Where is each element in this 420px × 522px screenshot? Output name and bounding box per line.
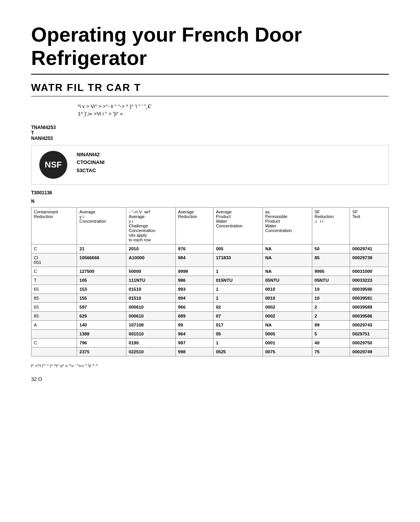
note-label: N bbox=[31, 199, 389, 204]
table-cell-7-2: 597 bbox=[77, 302, 126, 311]
col-header-6: ax.PermissibleProductWaterConcentration bbox=[262, 207, 312, 244]
table-cell-10-7: 5 bbox=[312, 329, 350, 338]
table-cell-11-3: 0190 bbox=[126, 338, 176, 347]
table-cell-5-4: 993 bbox=[175, 285, 213, 293]
table-cell-2-6: NA bbox=[262, 253, 312, 267]
table-cell-2-8: 00029739 bbox=[350, 253, 389, 267]
table-cell-11-6: 0001 bbox=[262, 338, 312, 347]
table-cell-12-8: 00029749 bbox=[350, 347, 389, 356]
table-cell-3-4: 9999 bbox=[175, 267, 213, 276]
table-cell-3-6: NA bbox=[262, 267, 312, 276]
table-cell-7-6: 0002 bbox=[262, 302, 312, 311]
table-row: T105111NTU986015NTU05NTU05NTU00033223 bbox=[32, 276, 389, 285]
table-cell-2-5: 171833 bbox=[214, 253, 263, 267]
table-cell-12-6: 0075 bbox=[262, 347, 312, 356]
table-cell-3-5: 1 bbox=[214, 267, 263, 276]
col-header-3: - °-«i V wi†Averagey iChallengeConcentra… bbox=[126, 207, 176, 244]
table-cell-1-8: 00029741 bbox=[350, 244, 389, 253]
table-cell-11-2: 796 bbox=[77, 338, 126, 347]
section-divider bbox=[31, 96, 389, 96]
table-row: 6515301510993100101000039590 bbox=[32, 285, 389, 293]
table-cell-10-5: 05 bbox=[214, 329, 263, 338]
table-cell-6-6: 0010 bbox=[262, 293, 312, 302]
table-cell-1-7: 50 bbox=[312, 244, 350, 253]
page-title: Operating your French Door Refrigerator bbox=[31, 23, 389, 70]
table-cell-2-4: 984 bbox=[175, 253, 213, 267]
table-cell-7-4: 966 bbox=[175, 302, 213, 311]
table-cell-1-1: C bbox=[32, 244, 77, 253]
table-cell-2-3: A10000 bbox=[126, 253, 176, 267]
table-cell-11-8: 00029750 bbox=[350, 338, 389, 347]
table-cell-2-7: 85 bbox=[312, 253, 350, 267]
table-cell-9-4: 99 bbox=[175, 320, 213, 329]
table-cell-5-5: 1 bbox=[214, 285, 263, 293]
table-cell-12-2: 2375 bbox=[77, 347, 126, 356]
table-cell-12-5: 0525 bbox=[214, 347, 263, 356]
table-cell-9-8: 00029743 bbox=[350, 320, 389, 329]
table-cell-11-5: 1 bbox=[214, 338, 263, 347]
table-cell-8-7: 2 bbox=[312, 311, 350, 320]
table-cell-7-5: 02 bbox=[214, 302, 263, 311]
table-cell-7-1: 65 bbox=[32, 302, 77, 311]
page-number: 32 O bbox=[31, 376, 389, 382]
col-header-5: AverageProductWaterConcentration bbox=[214, 207, 263, 244]
table-cell-1-2: 21 bbox=[77, 244, 126, 253]
table-cell-5-3: 01510 bbox=[126, 285, 176, 293]
col-header-2: Averagey iConcentration bbox=[77, 207, 126, 244]
table-cell-12-4: 998 bbox=[175, 347, 213, 356]
table-cell-11-4: 987 bbox=[175, 338, 213, 347]
table-cell-6-3: 01510 bbox=[126, 293, 176, 302]
table-cell-6-1: 85 bbox=[32, 293, 77, 302]
table-cell-3-1: C bbox=[32, 267, 77, 276]
table-row: 85629000610889070002200039586 bbox=[32, 311, 389, 320]
table-cell-5-2: 153 bbox=[77, 285, 126, 293]
table-cell-10-2: 1388 bbox=[77, 329, 126, 338]
table-cell-9-6: NA bbox=[262, 320, 312, 329]
table-cell-7-8: 00039589 bbox=[350, 302, 389, 311]
cert-number: T3001136 bbox=[31, 190, 389, 196]
table-cell-10-6: 0005 bbox=[262, 329, 312, 338]
table-cell-5-6: 0010 bbox=[262, 285, 312, 293]
table-cell-3-8: 00031000 bbox=[350, 267, 389, 276]
table-row: C212010976005NA5000029741 bbox=[32, 244, 389, 253]
table-cell-6-4: 994 bbox=[175, 293, 213, 302]
col-header-8: SFTest bbox=[350, 207, 389, 244]
table-cell-3-3: 50000 bbox=[126, 267, 176, 276]
col-header-7: SFReduction,i i i bbox=[312, 207, 350, 244]
table-cell-8-8: 00039586 bbox=[350, 311, 389, 320]
table-cell-4-3: 111NTU bbox=[126, 276, 176, 285]
table-row: C1275005000099991NA999500031000 bbox=[32, 267, 389, 276]
table-cell-5-8: 00039590 bbox=[350, 285, 389, 293]
nsf-logo: NSF bbox=[39, 151, 67, 179]
table-cell-12-7: 75 bbox=[312, 347, 350, 356]
table-row: 8515501510994100101000039591 bbox=[32, 293, 389, 302]
table-cell-7-3: 000610 bbox=[126, 302, 176, 311]
table-cell-3-2: 127500 bbox=[77, 267, 126, 276]
table-cell-6-7: 10 bbox=[312, 293, 350, 302]
table-cell-8-6: 0002 bbox=[262, 311, 312, 320]
table-row: A14010710899017NA9900029743 bbox=[32, 320, 389, 329]
table-row: 65597000610966020002200039589 bbox=[32, 302, 389, 311]
table-cell-6-8: 00039591 bbox=[350, 293, 389, 302]
table-cell-4-7: 05NTU bbox=[312, 276, 350, 285]
nsf-certification-box: NSF NINANI42 CTOCINANI 53CTAC bbox=[31, 145, 389, 185]
table-cell-4-6: 05NTU bbox=[262, 276, 312, 285]
table-cell-5-7: 10 bbox=[312, 285, 350, 293]
col-header-1: ContaminantReduction bbox=[32, 207, 77, 244]
table-row: C7960190987100014000029750 bbox=[32, 338, 389, 347]
table-cell-1-5: 005 bbox=[214, 244, 263, 253]
table-cell-6-2: 155 bbox=[77, 293, 126, 302]
table-cell-1-6: NA bbox=[262, 244, 312, 253]
table-cell-9-1: A bbox=[32, 320, 77, 329]
table-cell-3-7: 9995 bbox=[312, 267, 350, 276]
table-cell-9-2: 140 bbox=[77, 320, 126, 329]
table-cell-6-5: 1 bbox=[214, 293, 263, 302]
table-cell-7-7: 2 bbox=[312, 302, 350, 311]
table-cell-2-1: Cl 051 bbox=[32, 253, 77, 267]
table-row: Cl 05110566666A10000984171833NA850002973… bbox=[32, 253, 389, 267]
table-cell-10-1 bbox=[32, 329, 77, 338]
table-cell-10-8: 0029751 bbox=[350, 329, 389, 338]
table-cell-1-4: 976 bbox=[175, 244, 213, 253]
table-cell-9-7: 99 bbox=[312, 320, 350, 329]
table-row: 138800151096405000550029751 bbox=[32, 329, 389, 338]
